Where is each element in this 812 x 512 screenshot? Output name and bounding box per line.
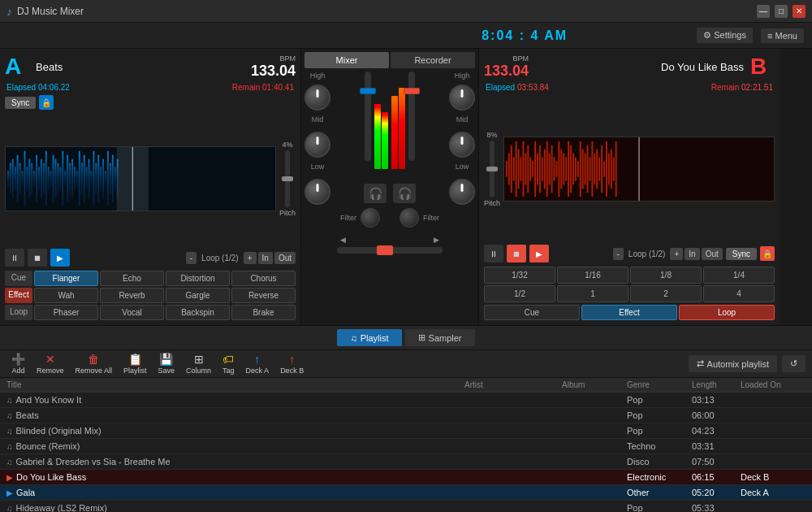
- channel-fader-right[interactable]: [408, 72, 415, 161]
- left-fader-track[interactable]: [365, 72, 371, 161]
- remove-button[interactable]: ✕ Remove: [32, 350, 69, 377]
- table-row[interactable]: ♫ Blinded (Original Mix) Pop 04:23: [0, 423, 812, 439]
- deck-a-lock-button[interactable]: 🔒: [39, 95, 54, 110]
- high-knob-right[interactable]: [449, 85, 475, 111]
- deck-a-waveform[interactable]: [5, 146, 276, 211]
- filter-knob-left[interactable]: [361, 208, 380, 228]
- close-button[interactable]: ✕: [793, 5, 806, 18]
- headphone-left-button[interactable]: 🎧: [364, 184, 387, 203]
- deck-b-loop-grid: 1/32 1/16 1/8 1/4 1/2 1 2 4: [484, 267, 775, 302]
- deck-b-loop-plus[interactable]: +: [670, 248, 683, 260]
- deck-a-sync-button[interactable]: Sync: [5, 97, 36, 109]
- headphone-right-button[interactable]: 🎧: [393, 184, 416, 203]
- deck-b-pitch-control[interactable]: 8% Pitch: [484, 131, 500, 207]
- deck-b-loop[interactable]: Loop: [679, 305, 775, 320]
- deck-b-sync-button[interactable]: Sync: [726, 248, 757, 260]
- low-knob-right[interactable]: [449, 179, 475, 205]
- mid-knob-left[interactable]: [304, 132, 330, 158]
- minimize-button[interactable]: —: [757, 5, 770, 18]
- deck-b-loop-in[interactable]: In: [685, 248, 699, 260]
- fx-brake[interactable]: Brake: [231, 305, 296, 320]
- deck-b-lock-button[interactable]: 🔒: [760, 246, 775, 261]
- deck-b-load-button[interactable]: ↑ Deck B: [275, 350, 309, 377]
- filter-knob-right[interactable]: [400, 208, 419, 228]
- low-knob-left[interactable]: [304, 179, 330, 205]
- svg-rect-79: [572, 153, 574, 184]
- settings-button[interactable]: ⚙ Settings: [697, 28, 753, 43]
- loop-1-8[interactable]: 1/8: [630, 267, 702, 284]
- track-genre: Electronic: [627, 472, 692, 482]
- deck-a-pitch-control[interactable]: 4% Pitch: [279, 141, 296, 217]
- playlist-button[interactable]: 📋 Playlist: [119, 350, 152, 377]
- loop-4[interactable]: 4: [703, 285, 775, 302]
- table-row[interactable]: ▶ Do You Like Bass Electronic 06:15 Deck…: [0, 470, 812, 485]
- deck-a-loop-in[interactable]: In: [258, 252, 273, 264]
- deck-b-pause-button[interactable]: ⏸: [484, 245, 503, 263]
- table-row[interactable]: ♫ Bounce (Remix) Techno 03:31: [0, 439, 812, 454]
- tab-sampler[interactable]: ⊞ Sampler: [405, 329, 475, 346]
- deck-a-loop-out[interactable]: Out: [274, 252, 296, 264]
- deck-b-waveform[interactable]: [503, 137, 775, 202]
- fx-phaser[interactable]: Phaser: [34, 305, 98, 320]
- track-title: And You Know It: [16, 395, 82, 405]
- high-knob-left[interactable]: [304, 85, 330, 111]
- crossfader-track[interactable]: [337, 247, 443, 254]
- fx-chorus[interactable]: Chorus: [231, 271, 296, 286]
- fx-distortion[interactable]: Distortion: [166, 271, 230, 286]
- svg-rect-55: [516, 141, 517, 196]
- tag-button[interactable]: 🏷 Tag: [218, 350, 240, 377]
- fx-backspin[interactable]: Backspin: [166, 305, 230, 320]
- tab-mixer[interactable]: Mixer: [304, 52, 389, 68]
- fx-reverb[interactable]: Reverb: [100, 288, 164, 303]
- save-button[interactable]: 💾 Save: [153, 350, 180, 377]
- table-row[interactable]: ♫ Hideaway (LS2 Remix) Pop 05:33: [0, 501, 812, 512]
- deck-a-stop-button[interactable]: ⏹: [28, 249, 47, 267]
- deck-a-load-button[interactable]: ↑ Deck A: [241, 350, 274, 377]
- automix-repeat-button[interactable]: ↺: [782, 355, 806, 372]
- crossfader-handle[interactable]: [377, 245, 393, 255]
- loop-1-32[interactable]: 1/32: [484, 267, 555, 284]
- loop-1-2[interactable]: 1/2: [484, 285, 555, 302]
- menu-button[interactable]: ≡ Menu: [761, 28, 804, 43]
- fx-flanger[interactable]: Flanger: [34, 271, 98, 286]
- deck-a-pause-button[interactable]: ⏸: [5, 249, 24, 267]
- remove-all-button[interactable]: 🗑 Remove All: [71, 350, 118, 377]
- deck-a-loop-minus[interactable]: -: [186, 252, 197, 264]
- deck-b-stop-button[interactable]: ⏹: [507, 245, 526, 263]
- deck-b-effect[interactable]: Effect: [581, 305, 677, 320]
- table-row[interactable]: ♫ Beats Pop 06:00: [0, 408, 812, 423]
- deck-b-pitch-slider[interactable]: [490, 141, 495, 197]
- table-row[interactable]: ▶ Gala Other 05:20 Deck A: [0, 485, 812, 501]
- loop-1-4[interactable]: 1/4: [703, 267, 775, 284]
- column-button[interactable]: ⊞ Column: [181, 350, 216, 377]
- table-row[interactable]: ♫ And You Know It Pop 03:13: [0, 393, 812, 408]
- tab-playlist[interactable]: ♫ Playlist: [337, 329, 401, 346]
- deck-b-loop-out[interactable]: Out: [702, 248, 723, 260]
- mid-knob-right[interactable]: [449, 132, 475, 158]
- right-fader-track[interactable]: [408, 72, 415, 161]
- automix-button[interactable]: ⇄ Automix playlist: [689, 355, 777, 372]
- deck-b-loop-minus[interactable]: -: [613, 248, 624, 260]
- deck-a-loop-plus[interactable]: +: [244, 252, 257, 264]
- loop-1-16[interactable]: 1/16: [557, 267, 628, 284]
- svg-rect-7: [22, 171, 24, 187]
- deck-b-cue[interactable]: Cue: [484, 305, 580, 320]
- deck-b-waveform-container: 8% Pitch: [484, 95, 775, 242]
- loop-2[interactable]: 2: [630, 285, 702, 302]
- add-button[interactable]: ➕ Add: [6, 350, 30, 377]
- remove-all-icon: 🗑: [88, 353, 99, 366]
- maximize-button[interactable]: □: [775, 5, 788, 18]
- deck-b-play-button[interactable]: ▶: [529, 245, 549, 263]
- fx-vocal[interactable]: Vocal: [100, 305, 164, 320]
- fx-gargle[interactable]: Gargle: [166, 288, 230, 303]
- fx-wah[interactable]: Wah: [34, 288, 98, 303]
- fx-reverse[interactable]: Reverse: [231, 288, 296, 303]
- channel-fader-left[interactable]: [365, 72, 371, 161]
- deck-a-play-button[interactable]: ▶: [50, 249, 70, 267]
- deck-a-pitch-slider[interactable]: [285, 150, 290, 207]
- svg-rect-95: [611, 149, 612, 189]
- fx-echo[interactable]: Echo: [100, 271, 164, 286]
- tab-recorder[interactable]: Recorder: [391, 52, 475, 68]
- table-row[interactable]: ♫ Gabriel & Dresden vs Sia - Breathe Me …: [0, 454, 812, 470]
- loop-1[interactable]: 1: [557, 285, 628, 302]
